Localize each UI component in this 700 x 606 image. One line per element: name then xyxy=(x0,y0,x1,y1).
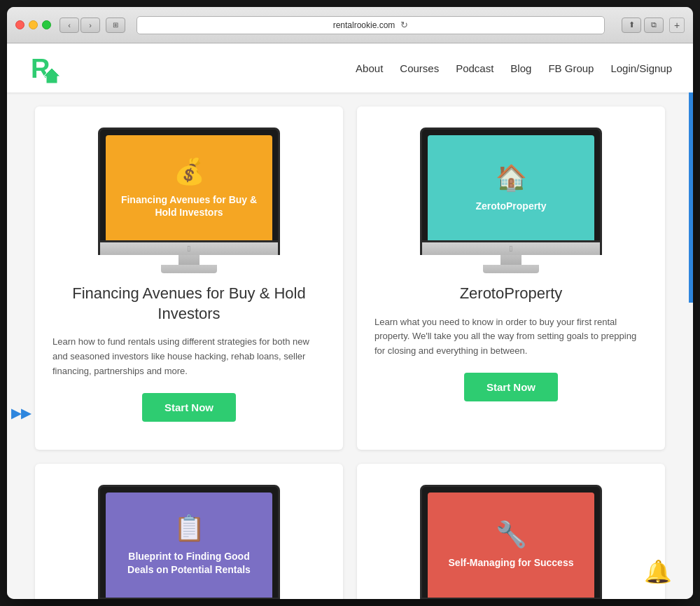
minimize-button[interactable] xyxy=(29,20,38,29)
courses-grid: 💰 Financing Avenues for Buy & Hold Inves… xyxy=(35,106,665,599)
course-card-zerotoproperty: 🏠 ZerotoProperty  ZerotoP xyxy=(357,106,665,450)
blueprint-icon: 📋 xyxy=(174,514,205,543)
logo-icon: R xyxy=(28,50,64,86)
forward-button[interactable]: › xyxy=(80,18,100,33)
blue-accent-strip xyxy=(689,92,693,303)
course-card-blueprint: 📋 Blueprint to Finding Good Deals on Pot… xyxy=(35,464,343,599)
nav-podcast[interactable]: Podcast xyxy=(456,62,493,74)
screen-wrapper-2: 🏠 ZerotoProperty xyxy=(420,128,602,242)
card-body-1: Financing Avenues for Buy & Hold Investo… xyxy=(35,284,343,429)
monitor-3: 📋 Blueprint to Finding Good Deals on Pot… xyxy=(98,485,280,599)
monitor-base-2:  xyxy=(420,242,602,255)
new-tab-button[interactable]: + xyxy=(669,18,685,33)
sidebar-arrows: ▶▶ xyxy=(11,406,31,421)
nav-buttons: ‹ › xyxy=(59,18,100,33)
address-bar[interactable]: rentalrookie.com ↻ xyxy=(136,16,605,34)
monitor-foot-2 xyxy=(483,265,539,273)
monitor-1: 💰 Financing Avenues for Buy & Hold Inves… xyxy=(98,128,280,273)
duplicate-button[interactable]: ⧉ xyxy=(644,18,664,33)
tools-icon: 🔧 xyxy=(496,520,527,549)
start-now-button-2[interactable]: Start Now xyxy=(464,373,558,401)
screen-wrapper-3: 📋 Blueprint to Finding Good Deals on Pot… xyxy=(98,485,280,599)
close-button[interactable] xyxy=(15,20,24,29)
card-body-2: ZerotoProperty Learn what you need to kn… xyxy=(357,284,665,408)
monitor-container-1: 💰 Financing Avenues for Buy & Hold Inves… xyxy=(35,106,343,284)
monitor-foot-1 xyxy=(161,265,217,273)
card-cta-2: Start Now xyxy=(374,373,648,401)
monitor-2: 🏠 ZerotoProperty  xyxy=(420,128,602,273)
screen-title-2: ZerotoProperty xyxy=(461,200,560,212)
screen-2: 🏠 ZerotoProperty xyxy=(428,135,594,240)
toolbar-right: ⬆ ⧉ xyxy=(622,18,664,33)
nav-blog[interactable]: Blog xyxy=(510,62,531,74)
monitor-neck-1 xyxy=(178,255,200,265)
card-title-2: ZerotoProperty xyxy=(374,284,648,304)
course-card-selfmanaging: 🔧 Self-Managing for Success  xyxy=(357,464,665,599)
window-mode-button[interactable]: ⊞ xyxy=(106,18,125,33)
screen-3: 📋 Blueprint to Finding Good Deals on Pot… xyxy=(106,493,272,598)
card-desc-1: Learn how to fund rentals using differen… xyxy=(52,335,326,378)
card-title-1: Financing Avenues for Buy & Hold Investo… xyxy=(52,284,326,324)
course-card-financing: 💰 Financing Avenues for Buy & Hold Inves… xyxy=(35,106,343,450)
bell-notification[interactable]: 🔔 xyxy=(644,558,672,585)
money-bag-icon: 💰 xyxy=(174,157,205,186)
screen-title-1: Financing Avenues for Buy & Hold Investo… xyxy=(106,193,272,219)
screen-4: 🔧 Self-Managing for Success xyxy=(428,493,594,598)
monitor-container-2: 🏠 ZerotoProperty  xyxy=(357,106,665,284)
nav-login[interactable]: Login/Signup xyxy=(610,62,672,74)
main-content: ▶▶ 💰 Financing Avenues for Buy & Hold In… xyxy=(7,92,693,599)
share-button[interactable]: ⬆ xyxy=(622,18,641,33)
monitor-container-4: 🔧 Self-Managing for Success  xyxy=(357,464,665,599)
card-desc-2: Learn what you need to know in order to … xyxy=(374,315,648,359)
screen-1: 💰 Financing Avenues for Buy & Hold Inves… xyxy=(106,135,272,240)
screen-wrapper-4: 🔧 Self-Managing for Success xyxy=(420,485,602,599)
monitor-container-3: 📋 Blueprint to Finding Good Deals on Pot… xyxy=(35,464,343,599)
monitor-neck-2 xyxy=(500,255,522,265)
traffic-lights xyxy=(15,20,51,29)
house-icon: 🏠 xyxy=(496,163,527,193)
page-content: R About Courses Podcast Blog FB Group Lo… xyxy=(7,43,693,599)
start-now-button-1[interactable]: Start Now xyxy=(142,393,236,422)
browser-toolbar: ‹ › ⊞ rentalrookie.com ↻ ⬆ ⧉ + xyxy=(7,7,693,43)
site-header: R About Courses Podcast Blog FB Group Lo… xyxy=(7,43,693,92)
screen-title-3: Blueprint to Finding Good Deals on Poten… xyxy=(106,550,272,575)
nav-about[interactable]: About xyxy=(356,62,383,74)
reload-icon[interactable]: ↻ xyxy=(400,20,408,30)
browser-window: ‹ › ⊞ rentalrookie.com ↻ ⬆ ⧉ + R xyxy=(7,7,693,599)
back-button[interactable]: ‹ xyxy=(59,18,79,33)
apple-logo-2:  xyxy=(510,244,512,254)
monitor-4: 🔧 Self-Managing for Success  xyxy=(420,485,602,599)
maximize-button[interactable] xyxy=(42,20,51,29)
screen-title-4: Self-Managing for Success xyxy=(435,556,588,569)
nav-courses[interactable]: Courses xyxy=(400,62,439,74)
monitor-base-1:  xyxy=(98,242,280,255)
url-text: rentalrookie.com xyxy=(333,20,396,30)
screen-wrapper-1: 💰 Financing Avenues for Buy & Hold Inves… xyxy=(98,128,280,242)
apple-logo-1:  xyxy=(188,244,190,254)
site-nav: About Courses Podcast Blog FB Group Logi… xyxy=(356,62,672,74)
logo[interactable]: R xyxy=(28,50,64,86)
nav-fbgroup[interactable]: FB Group xyxy=(548,62,594,74)
card-cta-1: Start Now xyxy=(52,393,326,422)
